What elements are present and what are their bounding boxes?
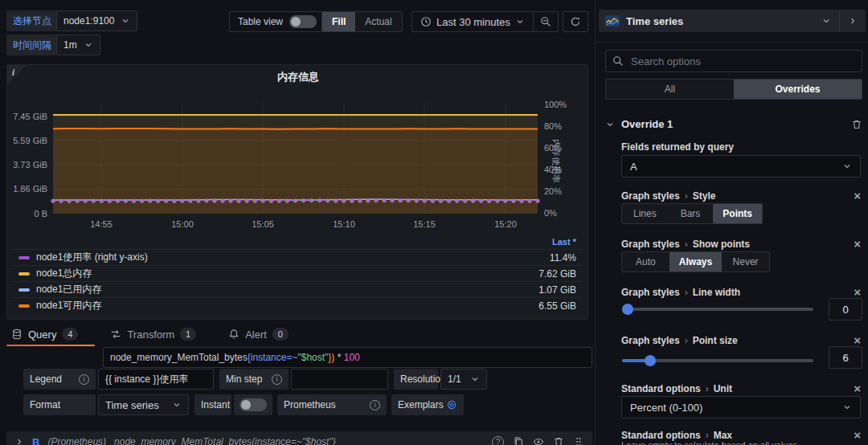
- unit-select[interactable]: Percent (0-100): [621, 396, 861, 418]
- svg-text:1.86 GiB: 1.86 GiB: [13, 184, 47, 194]
- remove-property-icon[interactable]: ×: [854, 190, 861, 202]
- chevron-down-icon: [842, 402, 852, 412]
- fill-option[interactable]: Fill: [322, 12, 355, 31]
- tab-query[interactable]: Query 4: [11, 328, 78, 341]
- tab-transform[interactable]: Transform 1: [110, 328, 196, 341]
- duplicate-icon[interactable]: [513, 436, 524, 445]
- active-tab-indicator: [6, 345, 95, 346]
- series-color-swatch[interactable]: [18, 272, 30, 276]
- style-points-option[interactable]: Points: [713, 204, 762, 223]
- point-size-slider[interactable]: [622, 359, 813, 362]
- slider-handle[interactable]: [645, 355, 656, 366]
- table-view-toggle[interactable]: [289, 15, 317, 28]
- resolution-select[interactable]: 1/1: [440, 369, 487, 390]
- zoom-out-button[interactable]: [534, 11, 559, 32]
- info-icon[interactable]: i: [272, 374, 282, 385]
- chevron-down-icon: [121, 16, 130, 26]
- transform-count-badge: 1: [180, 328, 196, 341]
- legend-format-input[interactable]: [98, 369, 214, 390]
- refresh-button[interactable]: [563, 11, 588, 32]
- instant-toggle-wrap: [234, 394, 272, 415]
- format-select[interactable]: Time series: [98, 394, 189, 415]
- legend-row[interactable]: node1总内存 7.62 GiB: [12, 265, 583, 281]
- eye-icon[interactable]: [533, 436, 544, 445]
- info-icon[interactable]: i: [79, 374, 89, 385]
- visualization-picker[interactable]: Time series: [599, 10, 866, 32]
- options-sidebar: Time series All Overrides Override 1 Fie…: [595, 0, 868, 445]
- options-tabs: All Overrides: [605, 79, 862, 100]
- remove-property-icon[interactable]: ×: [854, 334, 861, 346]
- interval-variable-select[interactable]: 1m: [56, 35, 100, 55]
- line-width-value[interactable]: 0: [829, 298, 862, 320]
- tab-alert[interactable]: Alert 0: [228, 328, 289, 341]
- query-count-badge: 4: [62, 328, 78, 341]
- svg-text:15:10: 15:10: [333, 219, 355, 229]
- option-style-label: Graph styles›Style ×: [621, 190, 861, 202]
- svg-text:5.59 GiB: 5.59 GiB: [13, 136, 47, 145]
- search-icon: [612, 55, 624, 67]
- database-icon: [11, 329, 23, 340]
- exemplars-label: Exemplars: [391, 394, 464, 415]
- remove-property-icon[interactable]: ×: [854, 238, 861, 250]
- tab-overrides[interactable]: Overrides: [734, 80, 862, 99]
- fields-returned-label: Fields returned by query: [621, 141, 734, 153]
- time-range-picker[interactable]: Last 30 minutes: [411, 11, 534, 32]
- memory-chart[interactable]: 7.45 GiB5.59 GiB3.73 GiB1.86 GiB0 B100%8…: [7, 86, 589, 234]
- point-size-value[interactable]: 6: [829, 346, 862, 369]
- help-icon[interactable]: ?: [492, 436, 504, 445]
- table-view-toggle-group: Table view: [229, 11, 326, 32]
- series-color-swatch[interactable]: [18, 304, 30, 308]
- min-step-input[interactable]: [291, 369, 388, 390]
- series-color-swatch[interactable]: [18, 256, 30, 259]
- info-icon[interactable]: i: [370, 400, 380, 410]
- refresh-icon: [570, 16, 581, 27]
- remove-property-icon[interactable]: ×: [854, 286, 861, 298]
- chevron-right-icon[interactable]: [14, 437, 24, 445]
- tab-all[interactable]: All: [606, 80, 734, 99]
- show-points-never-option[interactable]: Never: [722, 252, 769, 271]
- legend-header-last[interactable]: Last *: [12, 235, 583, 249]
- node-variable-select[interactable]: node1:9100: [56, 10, 137, 31]
- override-header[interactable]: Override 1: [605, 118, 862, 130]
- right-axis-title: 内存使用率: [550, 125, 562, 198]
- legend-row[interactable]: node1已用内存 1.07 GiB: [12, 281, 583, 297]
- trash-icon[interactable]: [553, 436, 564, 445]
- instant-toggle[interactable]: [240, 398, 267, 411]
- option-unit-label: Standard options›Unit ×: [621, 382, 861, 394]
- drag-handle-icon[interactable]: [573, 436, 584, 445]
- interval-variable-label: 时间间隔: [6, 35, 58, 55]
- legend-row[interactable]: node1使用率 (right y-axis) 11.4%: [12, 249, 583, 265]
- fields-matcher-select[interactable]: A: [621, 155, 861, 178]
- chevron-down-icon: [84, 40, 93, 50]
- show-points-auto-option[interactable]: Auto: [622, 252, 669, 271]
- panel-title[interactable]: 内存信息: [7, 70, 589, 84]
- memory-panel[interactable]: i 内存信息 7.45 GiB5.59 GiB3.73 GiB1.86 GiB0…: [6, 64, 588, 320]
- options-search[interactable]: [605, 50, 862, 72]
- chevron-down-icon: [821, 16, 831, 26]
- show-points-always-option[interactable]: Always: [669, 252, 722, 271]
- search-input[interactable]: [629, 55, 855, 68]
- actual-option[interactable]: Actual: [355, 12, 401, 31]
- exemplars-icon[interactable]: [446, 399, 457, 410]
- svg-text:15:00: 15:00: [171, 219, 194, 229]
- editor-tabs: Query 4 Transform 1 Alert 0: [11, 328, 289, 341]
- svg-text:15:15: 15:15: [413, 219, 436, 229]
- remove-property-icon[interactable]: ×: [854, 382, 861, 394]
- legend-option-label: Legend i: [23, 369, 96, 390]
- line-width-slider[interactable]: [622, 308, 813, 311]
- query-row-actions: ?: [492, 436, 584, 445]
- slider-handle[interactable]: [622, 304, 633, 315]
- svg-text:15:20: 15:20: [494, 219, 517, 229]
- query-row-b[interactable]: B (Prometheus) node_memory_MemTotal_byte…: [6, 431, 592, 445]
- style-bars-option[interactable]: Bars: [668, 204, 714, 223]
- remove-property-icon[interactable]: ×: [854, 429, 861, 441]
- resolution-label: Resolution: [394, 369, 438, 390]
- alert-count-badge: 0: [272, 328, 289, 341]
- query-expression-editor[interactable]: node_memory_MemTotal_bytes{instance=~"$h…: [103, 347, 592, 368]
- legend-row[interactable]: node1可用内存 6.55 GiB: [12, 297, 583, 313]
- series-color-swatch[interactable]: [18, 288, 30, 292]
- style-lines-option[interactable]: Lines: [622, 204, 668, 223]
- collapse-options-button[interactable]: [839, 10, 866, 32]
- chevron-down-icon: [842, 161, 852, 171]
- delete-override-icon[interactable]: [851, 119, 862, 130]
